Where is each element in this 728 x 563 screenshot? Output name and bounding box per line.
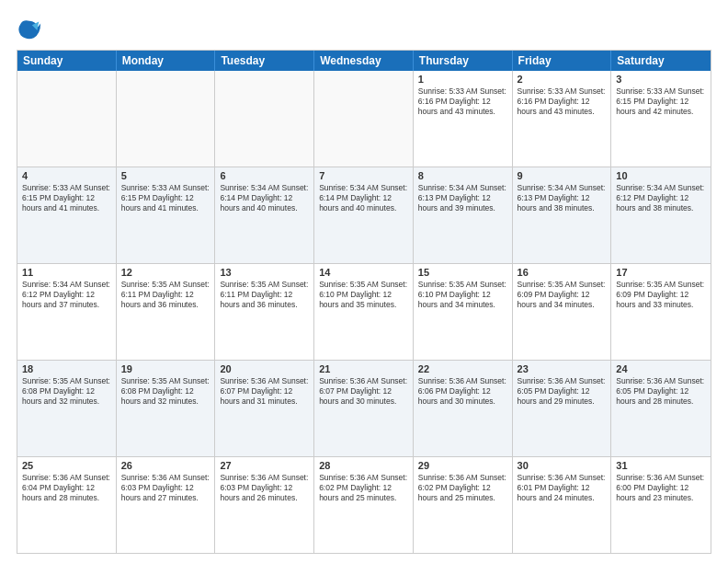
weekday-header-tuesday: Tuesday xyxy=(215,51,314,71)
day-number: 8 xyxy=(418,170,507,181)
day-info: Sunrise: 5:36 AM Sunset: 6:02 PM Dayligh… xyxy=(319,473,408,503)
day-info: Sunrise: 5:34 AM Sunset: 6:13 PM Dayligh… xyxy=(418,183,507,213)
day-info: Sunrise: 5:36 AM Sunset: 6:01 PM Dayligh… xyxy=(518,473,607,503)
weekday-header-thursday: Thursday xyxy=(414,51,513,71)
weekday-header-wednesday: Wednesday xyxy=(314,51,414,71)
day-number: 31 xyxy=(616,460,706,471)
day-number: 22 xyxy=(418,363,507,374)
day-info: Sunrise: 5:34 AM Sunset: 6:14 PM Dayligh… xyxy=(319,183,408,213)
day-cell-28: 28Sunrise: 5:36 AM Sunset: 6:02 PM Dayli… xyxy=(314,457,414,553)
day-cell-2: 2Sunrise: 5:33 AM Sunset: 6:16 PM Daylig… xyxy=(513,71,612,167)
day-info: Sunrise: 5:36 AM Sunset: 6:05 PM Dayligh… xyxy=(518,376,607,407)
day-number: 5 xyxy=(121,170,210,181)
day-info: Sunrise: 5:36 AM Sunset: 6:02 PM Dayligh… xyxy=(418,473,507,503)
day-number: 13 xyxy=(220,267,309,278)
calendar-row-0: 1Sunrise: 5:33 AM Sunset: 6:16 PM Daylig… xyxy=(17,71,711,167)
day-number: 1 xyxy=(418,74,507,85)
day-cell-10: 10Sunrise: 5:34 AM Sunset: 6:12 PM Dayli… xyxy=(611,167,711,263)
day-cell-1: 1Sunrise: 5:33 AM Sunset: 6:16 PM Daylig… xyxy=(414,71,513,167)
day-cell-30: 30Sunrise: 5:36 AM Sunset: 6:01 PM Dayli… xyxy=(513,457,612,553)
day-cell-8: 8Sunrise: 5:34 AM Sunset: 6:13 PM Daylig… xyxy=(414,167,513,263)
day-number: 6 xyxy=(220,170,309,181)
day-number: 10 xyxy=(616,170,706,181)
day-number: 15 xyxy=(418,267,507,278)
day-cell-14: 14Sunrise: 5:35 AM Sunset: 6:10 PM Dayli… xyxy=(314,264,414,360)
day-cell-15: 15Sunrise: 5:35 AM Sunset: 6:10 PM Dayli… xyxy=(414,264,513,360)
day-number: 14 xyxy=(319,267,408,278)
calendar: SundayMondayTuesdayWednesdayThursdayFrid… xyxy=(17,50,711,554)
day-cell-4: 4Sunrise: 5:33 AM Sunset: 6:15 PM Daylig… xyxy=(17,167,117,263)
day-number: 7 xyxy=(319,170,408,181)
day-cell-29: 29Sunrise: 5:36 AM Sunset: 6:02 PM Dayli… xyxy=(414,457,513,553)
day-cell-22: 22Sunrise: 5:36 AM Sunset: 6:06 PM Dayli… xyxy=(414,361,513,456)
day-info: Sunrise: 5:35 AM Sunset: 6:08 PM Dayligh… xyxy=(121,376,210,407)
empty-cell-r0c0 xyxy=(17,71,117,167)
day-number: 16 xyxy=(518,267,607,278)
day-cell-25: 25Sunrise: 5:36 AM Sunset: 6:04 PM Dayli… xyxy=(17,457,117,553)
day-cell-11: 11Sunrise: 5:34 AM Sunset: 6:12 PM Dayli… xyxy=(17,264,117,360)
calendar-body: 1Sunrise: 5:33 AM Sunset: 6:16 PM Daylig… xyxy=(17,71,711,553)
day-info: Sunrise: 5:35 AM Sunset: 6:09 PM Dayligh… xyxy=(518,280,607,310)
day-number: 23 xyxy=(518,363,607,374)
day-cell-12: 12Sunrise: 5:35 AM Sunset: 6:11 PM Dayli… xyxy=(117,264,216,360)
day-number: 29 xyxy=(418,460,507,471)
day-cell-13: 13Sunrise: 5:35 AM Sunset: 6:11 PM Dayli… xyxy=(215,264,314,360)
logo-icon xyxy=(17,17,42,42)
day-cell-24: 24Sunrise: 5:36 AM Sunset: 6:05 PM Dayli… xyxy=(611,361,711,456)
day-number: 18 xyxy=(22,363,111,374)
day-cell-5: 5Sunrise: 5:33 AM Sunset: 6:15 PM Daylig… xyxy=(117,167,216,263)
day-info: Sunrise: 5:33 AM Sunset: 6:16 PM Dayligh… xyxy=(518,86,607,117)
day-info: Sunrise: 5:36 AM Sunset: 6:07 PM Dayligh… xyxy=(319,376,408,407)
day-number: 4 xyxy=(22,170,111,181)
day-info: Sunrise: 5:34 AM Sunset: 6:12 PM Dayligh… xyxy=(616,183,706,213)
weekday-header-friday: Friday xyxy=(513,51,612,71)
day-info: Sunrise: 5:36 AM Sunset: 6:03 PM Dayligh… xyxy=(121,473,210,503)
day-info: Sunrise: 5:35 AM Sunset: 6:10 PM Dayligh… xyxy=(319,280,408,310)
weekday-header-saturday: Saturday xyxy=(611,51,711,71)
day-number: 9 xyxy=(518,170,607,181)
day-cell-19: 19Sunrise: 5:35 AM Sunset: 6:08 PM Dayli… xyxy=(117,361,216,456)
day-number: 24 xyxy=(616,363,706,374)
day-info: Sunrise: 5:36 AM Sunset: 6:00 PM Dayligh… xyxy=(616,473,706,503)
day-number: 27 xyxy=(220,460,309,471)
empty-cell-r0c2 xyxy=(215,71,314,167)
day-cell-7: 7Sunrise: 5:34 AM Sunset: 6:14 PM Daylig… xyxy=(314,167,414,263)
day-cell-20: 20Sunrise: 5:36 AM Sunset: 6:07 PM Dayli… xyxy=(215,361,314,456)
day-info: Sunrise: 5:35 AM Sunset: 6:11 PM Dayligh… xyxy=(220,280,309,310)
day-number: 28 xyxy=(319,460,408,471)
day-info: Sunrise: 5:35 AM Sunset: 6:10 PM Dayligh… xyxy=(418,280,507,310)
day-number: 11 xyxy=(22,267,111,278)
day-info: Sunrise: 5:33 AM Sunset: 6:16 PM Dayligh… xyxy=(418,86,507,117)
calendar-row-2: 11Sunrise: 5:34 AM Sunset: 6:12 PM Dayli… xyxy=(17,264,711,361)
day-cell-21: 21Sunrise: 5:36 AM Sunset: 6:07 PM Dayli… xyxy=(314,361,414,456)
day-info: Sunrise: 5:33 AM Sunset: 6:15 PM Dayligh… xyxy=(121,183,210,213)
empty-cell-r0c3 xyxy=(314,71,414,167)
calendar-row-1: 4Sunrise: 5:33 AM Sunset: 6:15 PM Daylig… xyxy=(17,167,711,264)
calendar-header: SundayMondayTuesdayWednesdayThursdayFrid… xyxy=(17,51,711,71)
day-cell-27: 27Sunrise: 5:36 AM Sunset: 6:03 PM Dayli… xyxy=(215,457,314,553)
day-info: Sunrise: 5:36 AM Sunset: 6:05 PM Dayligh… xyxy=(616,376,706,407)
day-info: Sunrise: 5:36 AM Sunset: 6:07 PM Dayligh… xyxy=(220,376,309,407)
day-cell-26: 26Sunrise: 5:36 AM Sunset: 6:03 PM Dayli… xyxy=(117,457,216,553)
day-number: 30 xyxy=(518,460,607,471)
weekday-header-monday: Monday xyxy=(117,51,216,71)
day-info: Sunrise: 5:35 AM Sunset: 6:08 PM Dayligh… xyxy=(22,376,111,407)
day-info: Sunrise: 5:34 AM Sunset: 6:13 PM Dayligh… xyxy=(518,183,607,213)
day-number: 26 xyxy=(121,460,210,471)
page-header xyxy=(17,17,711,42)
day-cell-3: 3Sunrise: 5:33 AM Sunset: 6:15 PM Daylig… xyxy=(611,71,711,167)
day-info: Sunrise: 5:35 AM Sunset: 6:11 PM Dayligh… xyxy=(121,280,210,310)
calendar-row-3: 18Sunrise: 5:35 AM Sunset: 6:08 PM Dayli… xyxy=(17,361,711,457)
day-cell-31: 31Sunrise: 5:36 AM Sunset: 6:00 PM Dayli… xyxy=(611,457,711,553)
day-info: Sunrise: 5:33 AM Sunset: 6:15 PM Dayligh… xyxy=(616,86,706,117)
day-info: Sunrise: 5:33 AM Sunset: 6:15 PM Dayligh… xyxy=(22,183,111,213)
day-cell-9: 9Sunrise: 5:34 AM Sunset: 6:13 PM Daylig… xyxy=(513,167,612,263)
day-info: Sunrise: 5:36 AM Sunset: 6:06 PM Dayligh… xyxy=(418,376,507,407)
day-number: 25 xyxy=(22,460,111,471)
day-cell-17: 17Sunrise: 5:35 AM Sunset: 6:09 PM Dayli… xyxy=(611,264,711,360)
empty-cell-r0c1 xyxy=(117,71,216,167)
day-cell-16: 16Sunrise: 5:35 AM Sunset: 6:09 PM Dayli… xyxy=(513,264,612,360)
calendar-row-4: 25Sunrise: 5:36 AM Sunset: 6:04 PM Dayli… xyxy=(17,457,711,553)
day-cell-6: 6Sunrise: 5:34 AM Sunset: 6:14 PM Daylig… xyxy=(215,167,314,263)
day-info: Sunrise: 5:36 AM Sunset: 6:03 PM Dayligh… xyxy=(220,473,309,503)
